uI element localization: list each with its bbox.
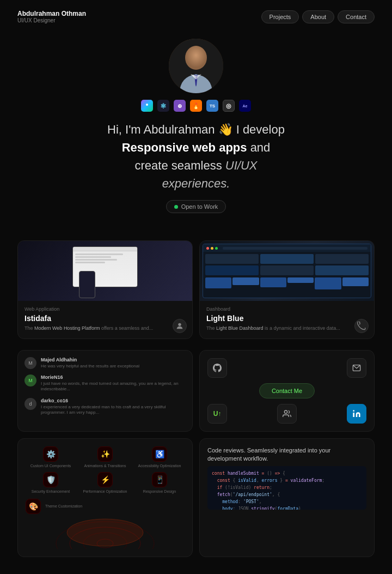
- hero-bold: Responsive web apps: [122, 141, 247, 154]
- linkedin-icon-box[interactable]: [347, 404, 366, 424]
- linkedin-icon: [352, 409, 361, 418]
- reviewer-content-2: MorieN16 I just have no words, the mod t…: [41, 374, 186, 392]
- skill-label-accessibility: Accessibility Optimization: [138, 464, 181, 468]
- project-name-lb: Light Blue: [206, 314, 367, 323]
- hero-italic: UI/UX: [225, 159, 258, 172]
- skill-custom-ui: ⚙️ Custom UI Components: [26, 446, 76, 468]
- skill-icon-grid: ⚙️ Custom UI Components ✨ Animations & T…: [26, 446, 185, 493]
- reviewer-text-1: He was very helpful and the results are …: [41, 364, 139, 369]
- radar-chart: [26, 516, 185, 549]
- svg-point-4: [284, 410, 287, 413]
- reviewer-content-1: Majed Aldhahin He was very helpful and t…: [41, 357, 139, 369]
- figma2-icon: ◎: [223, 100, 235, 112]
- nav-brand: Abdulrahman Othman UI/UX Designer: [17, 10, 86, 23]
- project-card-istidafa[interactable]: Web Application Istidafa The Modern Web …: [17, 240, 193, 339]
- project-preview-lightblue: [200, 241, 374, 301]
- skill-animations: ✨ Animations & Transitions: [80, 446, 130, 468]
- reviewer-content-3: darko_co16 I experienced a very dedicate…: [41, 398, 186, 416]
- dashboard-mock: [203, 244, 371, 298]
- project-desc: The Modern Web Hosting Platform offers a…: [24, 325, 186, 332]
- tech-icons-row: ⚛ ⊕ 🔥 TS ◎ Ae: [22, 100, 370, 112]
- nav-contact-link[interactable]: Contact: [338, 10, 375, 23]
- react-icon: ⚛: [157, 100, 169, 112]
- skill-theme: 🎨 Theme Customization: [26, 497, 185, 514]
- hero-greeting: Hi, I'm Abdulrahman 👋 I develop: [107, 123, 285, 136]
- project-tag-lb: Dashboard: [206, 306, 367, 312]
- project-tag: Web Application: [24, 306, 186, 312]
- github-icon-box[interactable]: [207, 358, 227, 378]
- projects-grid: Web Application Istidafa The Modern Web …: [0, 229, 392, 350]
- review-item-3: d darko_co16 I experienced a very dedica…: [24, 398, 186, 416]
- github-icon: [213, 364, 222, 372]
- skill-label-security: Security Enhancement: [32, 490, 70, 493]
- contact-me-button[interactable]: Contact Me: [259, 383, 315, 398]
- reviewer-name-2: MorieN16: [41, 374, 186, 380]
- hero-section: ⚛ ⊕ 🔥 TS ◎ Ae Hi, I'm Abdulrahman 👋 I de…: [0, 33, 392, 229]
- review-item-2: M MorieN16 I just have no words, the mod…: [24, 374, 186, 392]
- mail-icon-box[interactable]: [347, 358, 366, 378]
- ae-icon: Ae: [239, 100, 251, 112]
- skills-code-grid: ⚙️ Custom UI Components ✨ Animations & T…: [0, 438, 392, 564]
- reviewer-name-1: Majed Aldhahin: [41, 357, 139, 362]
- navbar: Abdulrahman Othman UI/UX Designer Projec…: [0, 0, 392, 33]
- reviewer-name-3: darko_co16: [41, 398, 186, 403]
- upwork-icon-box[interactable]: U↑: [207, 404, 227, 424]
- skill-label-performance: Performance Optimization: [83, 490, 127, 493]
- skill-responsive: 📱 Responsive Design: [134, 472, 185, 493]
- avatar: [169, 39, 223, 93]
- code-card: Code reviews. Seamlessly integrated into…: [199, 438, 375, 557]
- nav-projects-link[interactable]: Projects: [261, 10, 299, 23]
- status-dot: [174, 205, 178, 209]
- project-card-lightblue[interactable]: Dashboard Light Blue The Light Blue Dash…: [199, 240, 375, 339]
- svg-point-5: [353, 410, 354, 412]
- project-name: Istidafa: [24, 314, 186, 323]
- nav-links: Projects About Contact: [261, 10, 375, 23]
- reviewer-text-2: I just have no words, the mod turned out…: [41, 381, 186, 392]
- review-item-1: M Majed Aldhahin He was very helpful and…: [24, 357, 186, 369]
- users-icon-box[interactable]: [277, 404, 297, 424]
- hero-line2: create seamless: [135, 159, 225, 172]
- hero-experiences: experiences.: [162, 177, 230, 190]
- skill-label-custom-ui: Custom UI Components: [30, 464, 71, 468]
- project-preview-istidafa: [18, 241, 192, 301]
- project-avatar-badge-lb: [354, 319, 369, 333]
- svg-point-2: [178, 323, 181, 325]
- reviews-card: M Majed Aldhahin He was very helpful and…: [17, 350, 193, 432]
- performance-icon: ⚡: [97, 472, 113, 487]
- firebase-icon: 🔥: [190, 100, 202, 112]
- nav-about-link[interactable]: About: [302, 10, 334, 23]
- open-to-work-badge: Open to Work: [166, 200, 226, 213]
- reviewer-text-3: I experienced a very dedicated man to hi…: [41, 404, 186, 416]
- responsive-icon: 📱: [152, 472, 167, 487]
- skill-accessibility: ♿ Accessibility Optimization: [134, 446, 185, 468]
- reviewer-avatar-1: M: [24, 357, 36, 369]
- svg-point-10: [67, 519, 143, 546]
- nav-brand-name: Abdulrahman Othman: [17, 10, 86, 17]
- typescript-icon: TS: [206, 100, 218, 112]
- theme-icon: 🎨: [26, 499, 41, 514]
- code-card-title: Code reviews. Seamlessly integrated into…: [207, 446, 366, 463]
- skill-label-responsive: Responsive Design: [143, 490, 176, 493]
- redux-icon: ⊕: [174, 100, 186, 112]
- mock-phone: [79, 271, 95, 298]
- accessibility-icon: ♿: [152, 446, 167, 462]
- hero-connector: and: [250, 141, 271, 154]
- security-icon: 🛡️: [43, 472, 58, 487]
- skills-card: ⚙️ Custom UI Components ✨ Animations & T…: [17, 438, 193, 557]
- avatar-inner: [169, 39, 223, 93]
- social-bottom-row: U↑: [207, 404, 366, 424]
- mail-icon: [352, 364, 361, 372]
- avatar-wrapper: [22, 39, 370, 93]
- project-desc-lb: The Light Blue Dashboard is a dynamic an…: [206, 325, 367, 332]
- hero-title: Hi, I'm Abdulrahman 👋 I develop Responsi…: [22, 120, 370, 192]
- project-info-istidafa: Web Application Istidafa The Modern Web …: [18, 301, 192, 339]
- users-icon: [283, 409, 291, 418]
- skill-label-animations: Animations & Transitions: [84, 464, 126, 468]
- nav-brand-role: UI/UX Designer: [17, 17, 86, 23]
- svg-point-1: [185, 46, 207, 70]
- contact-card: Contact Me U↑: [199, 350, 375, 432]
- code-preview: const handleSubmit = () => { const { isV…: [207, 466, 366, 510]
- custom-ui-icon: ⚙️: [43, 446, 58, 462]
- figma-icon: [141, 100, 153, 112]
- get-in-touch-section: Get In Touch: [0, 564, 392, 574]
